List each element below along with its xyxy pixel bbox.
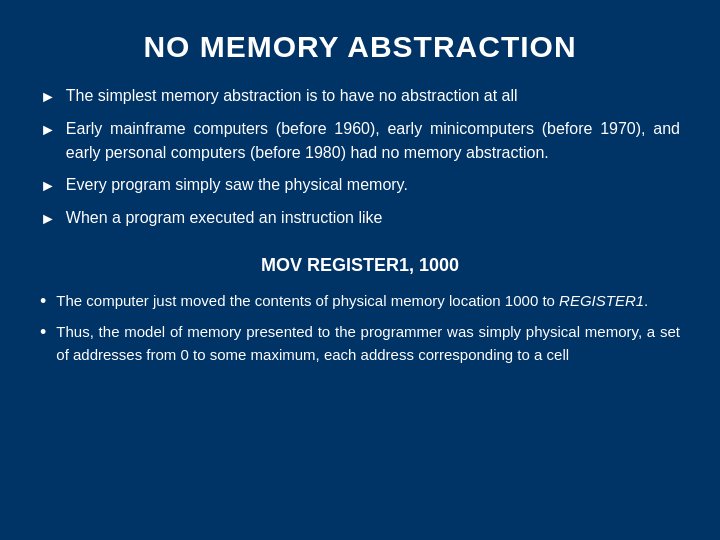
slide-title: NO MEMORY ABSTRACTION bbox=[40, 30, 680, 64]
mov-command: MOV REGISTER1, 1000 bbox=[40, 255, 680, 276]
bullet-item-4: ► When a program executed an instruction… bbox=[40, 206, 680, 231]
sub-bullet-list: • The computer just moved the contents o… bbox=[40, 290, 680, 372]
bullet-item-3: ► Every program simply saw the physical … bbox=[40, 173, 680, 198]
main-bullet-list: ► The simplest memory abstraction is to … bbox=[40, 84, 680, 239]
bullet-arrow-2: ► bbox=[40, 118, 56, 142]
sub-bullet-text-2: Thus, the model of memory presented to t… bbox=[56, 321, 680, 366]
sub-bullet-item-1: • The computer just moved the contents o… bbox=[40, 290, 680, 315]
bullet-text-4: When a program executed an instruction l… bbox=[66, 206, 680, 230]
sub-bullet-dot-1: • bbox=[40, 288, 46, 315]
slide-container: NO MEMORY ABSTRACTION ► The simplest mem… bbox=[0, 0, 720, 540]
bullet-arrow-4: ► bbox=[40, 207, 56, 231]
bullet-item-1: ► The simplest memory abstraction is to … bbox=[40, 84, 680, 109]
bullet-arrow-1: ► bbox=[40, 85, 56, 109]
sub-bullet-text-1: The computer just moved the contents of … bbox=[56, 290, 680, 313]
sub-bullet-item-2: • Thus, the model of memory presented to… bbox=[40, 321, 680, 366]
bullet-text-3: Every program simply saw the physical me… bbox=[66, 173, 680, 197]
sub-bullet-dot-2: • bbox=[40, 319, 46, 346]
bullet-text-1: The simplest memory abstraction is to ha… bbox=[66, 84, 680, 108]
bullet-text-2: Early mainframe computers (before 1960),… bbox=[66, 117, 680, 165]
bullet-arrow-3: ► bbox=[40, 174, 56, 198]
bullet-item-2: ► Early mainframe computers (before 1960… bbox=[40, 117, 680, 165]
